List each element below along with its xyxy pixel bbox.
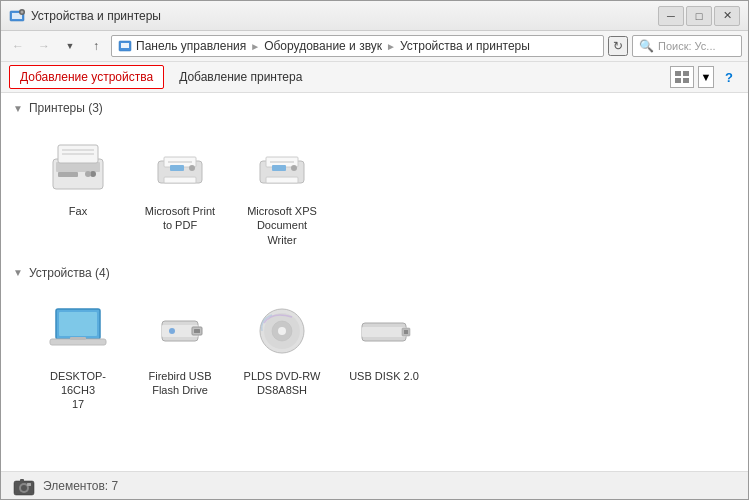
location-icon [118,39,132,53]
printers-section-header[interactable]: ▼ Принтеры (3) [13,101,736,115]
dvd-label: PLDS DVD-RWDS8A8SH [244,369,321,398]
refresh-button[interactable]: ↻ [608,36,628,56]
content-area: ▼ Принтеры (3) [1,93,748,471]
back-button[interactable]: ← [7,35,29,57]
devices-section-title: Устройства (4) [29,266,110,280]
svg-rect-28 [272,165,286,171]
svg-point-16 [85,171,91,177]
usbdisk-icon [352,299,416,363]
desktop-label: DESKTOP-16CH317 [38,369,118,412]
dvd-icon [250,299,314,363]
fax-label: Fax [69,204,87,218]
minimize-button[interactable]: ─ [658,6,684,26]
device-fax[interactable]: Fax [33,127,123,254]
status-text: Элементов: 7 [43,479,118,493]
device-usb-flash[interactable]: Firebird USBFlash Drive [135,292,225,419]
svg-rect-6 [675,71,681,76]
print-pdf-icon [148,134,212,198]
navigation-bar: ← → ▼ ↑ Панель управления ► Оборудование… [1,31,748,62]
devices-section-header[interactable]: ▼ Устройства (4) [13,266,736,280]
svg-rect-17 [58,172,78,177]
breadcrumb-hardware[interactable]: Оборудование и звук [264,39,382,53]
search-icon: 🔍 [639,39,654,53]
xps-icon [250,134,314,198]
svg-rect-22 [170,165,184,171]
device-usbdisk[interactable]: USB DISK 2.0 [339,292,429,419]
device-dvd[interactable]: PLDS DVD-RWDS8A8SH [237,292,327,419]
svg-point-23 [189,165,195,171]
fax-icon [46,134,110,198]
printers-section-title: Принтеры (3) [29,101,103,115]
forward-button[interactable]: → [33,35,55,57]
window-controls: ─ □ ✕ [658,6,740,26]
print-pdf-label: Microsoft Printto PDF [145,204,215,233]
svg-point-49 [21,485,27,491]
svg-rect-44 [362,327,406,337]
breadcrumb-current[interactable]: Устройства и принтеры [400,39,530,53]
window-icon [9,8,25,24]
help-button[interactable]: ? [718,66,740,88]
svg-rect-7 [683,71,689,76]
svg-rect-51 [27,483,31,486]
search-placeholder: Поиск: Ус... [658,40,716,52]
devices-chevron: ▼ [13,267,23,278]
action-bar: Добавление устройства Добавление принтер… [1,62,748,93]
address-bar[interactable]: Панель управления ► Оборудование и звук … [111,35,604,57]
add-device-button[interactable]: Добавление устройства [9,65,164,89]
add-printer-button[interactable]: Добавление принтера [168,65,313,89]
status-bar: Элементов: 7 [1,471,748,499]
svg-point-29 [291,165,297,171]
up-button[interactable]: ↑ [85,35,107,57]
svg-rect-33 [70,337,86,340]
breadcrumb-control-panel[interactable]: Панель управления [136,39,246,53]
svg-rect-20 [168,161,192,163]
svg-rect-50 [20,479,24,482]
svg-rect-26 [270,161,294,163]
device-desktop[interactable]: DESKTOP-16CH317 [33,292,123,419]
laptop-icon [46,299,110,363]
printers-chevron: ▼ [13,103,23,114]
view-dropdown-button[interactable]: ▼ [698,66,714,88]
dropdown-arrow-button[interactable]: ▼ [59,35,81,57]
svg-rect-14 [62,153,94,155]
svg-rect-21 [164,177,196,183]
main-window: Устройства и принтеры ─ □ ✕ ← → ▼ ↑ Пане… [0,0,749,500]
device-xps[interactable]: Microsoft XPSDocument Writer [237,127,327,254]
svg-rect-27 [266,177,298,183]
search-box[interactable]: 🔍 Поиск: Ус... [632,35,742,57]
usbdisk-label: USB DISK 2.0 [349,369,419,383]
view-controls: ▼ ? [670,66,740,88]
svg-rect-46 [404,330,408,334]
usb-flash-icon [148,299,212,363]
status-camera-icon [13,475,35,497]
breadcrumb-sep-1: ► [250,41,260,52]
usb-flash-label: Firebird USBFlash Drive [149,369,212,398]
view-toggle-button[interactable] [670,66,694,88]
close-button[interactable]: ✕ [714,6,740,26]
svg-point-42 [278,327,286,335]
xps-label: Microsoft XPSDocument Writer [242,204,322,247]
svg-rect-37 [194,329,200,333]
svg-rect-9 [683,78,689,83]
printers-grid: Fax [13,123,736,266]
window-title: Устройства и принтеры [31,9,658,23]
svg-point-3 [21,10,24,13]
svg-rect-31 [59,312,97,336]
device-print-pdf[interactable]: Microsoft Printto PDF [135,127,225,254]
svg-rect-5 [121,43,129,48]
svg-rect-13 [62,149,94,151]
svg-rect-8 [675,78,681,83]
title-bar: Устройства и принтеры ─ □ ✕ [1,1,748,31]
maximize-button[interactable]: □ [686,6,712,26]
devices-grid: DESKTOP-16CH317 Firebird U [13,288,736,431]
svg-point-38 [169,328,175,334]
breadcrumb-sep-2: ► [386,41,396,52]
